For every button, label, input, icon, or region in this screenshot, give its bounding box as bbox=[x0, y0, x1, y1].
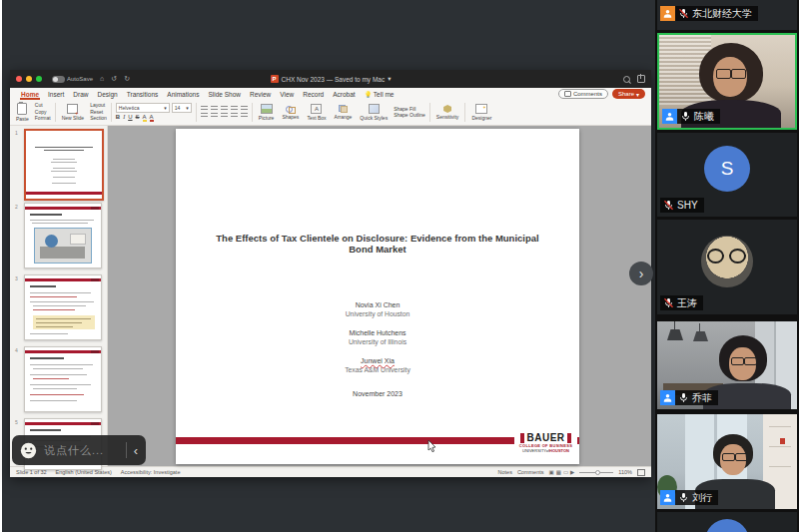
chat-quick-input[interactable]: 说点什么... ‹ bbox=[12, 435, 146, 465]
tab-design[interactable]: Design bbox=[97, 91, 119, 100]
sensitivity-button[interactable]: Sensitivity bbox=[434, 105, 461, 120]
section-button[interactable]: Section bbox=[90, 116, 107, 122]
share-button[interactable]: Share ▾ bbox=[612, 89, 645, 99]
tab-view[interactable]: View bbox=[279, 91, 295, 100]
reading-view-button[interactable]: ▭ bbox=[563, 469, 568, 475]
underline-button[interactable]: U bbox=[128, 114, 132, 120]
participants-panel[interactable]: 东北财经大学 bbox=[655, 0, 799, 532]
tab-acrobat[interactable]: Acrobat bbox=[332, 91, 356, 100]
participant-tile-liuxing[interactable]: 刘行 bbox=[657, 414, 797, 509]
shape-outline-button[interactable]: Shape Outline bbox=[394, 113, 425, 119]
strikethrough-button[interactable]: S bbox=[136, 114, 140, 120]
quick-styles-button[interactable]: Quick Styles bbox=[358, 104, 390, 121]
tab-home[interactable]: Home bbox=[20, 91, 40, 100]
tab-tell-me[interactable]: 💡 Tell me bbox=[364, 91, 396, 100]
ribbon-divider bbox=[464, 103, 465, 122]
participant-tile-wangtao[interactable]: 王涛 bbox=[657, 220, 797, 314]
expand-panel-button[interactable]: › bbox=[629, 262, 653, 285]
accessibility-status[interactable]: Accessibility: Investigate bbox=[121, 469, 181, 475]
participant-tile-dongbei[interactable]: 东北财经大学 bbox=[657, 0, 797, 30]
comments-button[interactable]: Comments bbox=[558, 89, 608, 99]
slideshow-button[interactable]: ▶ bbox=[570, 469, 574, 475]
tab-insert[interactable]: Insert bbox=[47, 91, 65, 100]
tab-draw[interactable]: Draw bbox=[72, 91, 89, 100]
emoji-smiley-icon[interactable] bbox=[20, 442, 37, 459]
home-icon[interactable]: ⌂ bbox=[100, 75, 104, 83]
decor-line bbox=[30, 285, 56, 287]
text-highlight-button[interactable]: A bbox=[143, 114, 147, 122]
font-size-select[interactable]: 14 ▾ bbox=[172, 103, 192, 113]
author-name: Novia Xi Chen bbox=[176, 300, 579, 309]
shapes-button[interactable]: Shapes bbox=[280, 105, 301, 120]
cut-button[interactable]: Cut bbox=[35, 103, 51, 109]
font-color-button[interactable]: A bbox=[150, 114, 154, 122]
share-window-icon[interactable] bbox=[637, 75, 645, 83]
bullets-button[interactable] bbox=[201, 106, 208, 112]
format-painter-button[interactable]: Format bbox=[35, 116, 51, 122]
tab-transitions[interactable]: Transitions bbox=[126, 91, 160, 100]
current-slide[interactable]: The Effects of Tax Clientele on Disclosu… bbox=[176, 129, 579, 464]
decor-red-bar bbox=[25, 207, 101, 210]
align-center-button[interactable] bbox=[211, 113, 218, 119]
zoom-level[interactable]: 110% bbox=[618, 469, 632, 475]
notes-button[interactable]: Notes bbox=[498, 469, 512, 475]
participant-tile-shy[interactable]: S SHY bbox=[657, 133, 797, 217]
slide-date: November 2023 bbox=[176, 390, 579, 397]
zoom-window-button[interactable] bbox=[36, 76, 42, 82]
indent-decrease-button[interactable] bbox=[221, 106, 228, 112]
logo-red-bar-left bbox=[520, 433, 524, 443]
decor-line bbox=[36, 322, 82, 323]
mic-on-icon bbox=[680, 111, 691, 122]
columns-button[interactable] bbox=[231, 113, 238, 119]
slide-thumbnail-3[interactable] bbox=[24, 274, 102, 340]
redo-icon[interactable]: ↻ bbox=[124, 75, 130, 83]
picture-button[interactable]: Picture bbox=[257, 104, 277, 121]
undo-icon[interactable]: ↺ bbox=[111, 75, 117, 83]
tab-record[interactable]: Record bbox=[302, 91, 325, 100]
decor-shelf-line bbox=[769, 426, 791, 427]
slide-thumbnail-4[interactable] bbox=[24, 346, 102, 412]
align-left-button[interactable] bbox=[201, 113, 208, 119]
search-icon[interactable] bbox=[623, 76, 630, 83]
slide-thumbnail-panel[interactable]: 1 2 3 4 5 bbox=[10, 126, 108, 466]
tab-animations[interactable]: Animations bbox=[166, 91, 200, 100]
zoom-slider[interactable] bbox=[579, 472, 613, 473]
text-box-button[interactable]: Text Box bbox=[305, 104, 328, 121]
chat-placeholder[interactable]: 说点什么... bbox=[44, 443, 119, 458]
close-window-button[interactable] bbox=[16, 76, 22, 82]
participant-tile-qiaofei[interactable]: 乔菲 bbox=[657, 321, 797, 409]
slide-thumbnail-1-selected[interactable] bbox=[24, 129, 104, 201]
participant-tile-partial[interactable] bbox=[657, 512, 797, 532]
arrange-button[interactable]: Arrange bbox=[333, 105, 355, 120]
tab-review[interactable]: Review bbox=[249, 91, 272, 100]
line-spacing-button[interactable] bbox=[241, 106, 248, 112]
designer-button[interactable]: Designer bbox=[469, 104, 493, 121]
font-group: Helvetica ▾ 14 ▾ B I U S A bbox=[116, 103, 192, 122]
numbering-button[interactable] bbox=[211, 106, 218, 112]
slide-sorter-view-button[interactable]: ▦ bbox=[556, 469, 561, 475]
fit-slide-button[interactable] bbox=[637, 469, 645, 476]
author-block: Novia Xi Chen University of Houston bbox=[176, 300, 579, 318]
thumb-number: 4 bbox=[15, 347, 18, 353]
bold-button[interactable]: B bbox=[116, 114, 120, 120]
indent-increase-button[interactable] bbox=[231, 106, 238, 112]
logo-university-line: UNIVERSITYofHOUSTON bbox=[514, 448, 577, 453]
document-title: P CHX Nov 2023 — Saved to my Mac ▾ bbox=[10, 70, 651, 88]
paste-button[interactable]: Paste bbox=[14, 103, 31, 122]
tab-slide-show[interactable]: Slide Show bbox=[207, 91, 242, 100]
text-direction-button[interactable] bbox=[241, 113, 248, 119]
normal-view-button[interactable]: ▣ bbox=[548, 469, 553, 475]
minimize-window-button[interactable] bbox=[26, 76, 32, 82]
layout-button[interactable]: Layout bbox=[90, 103, 107, 109]
new-slide-button[interactable]: New Slide bbox=[60, 104, 87, 121]
font-name-select[interactable]: Helvetica ▾ bbox=[116, 103, 170, 113]
chevron-down-icon: ▾ bbox=[636, 91, 639, 98]
align-right-button[interactable] bbox=[221, 113, 228, 119]
chevron-left-icon[interactable]: ‹ bbox=[134, 444, 138, 457]
slide-thumbnail-2[interactable] bbox=[24, 203, 102, 268]
autosave-toggle[interactable]: AutoSave bbox=[52, 76, 93, 83]
participant-name: 刘行 bbox=[692, 491, 712, 505]
participant-tile-chenxi[interactable]: 陈曦 bbox=[657, 33, 797, 130]
comments-pane-button[interactable]: Comments bbox=[517, 469, 544, 475]
italic-button[interactable]: I bbox=[123, 114, 125, 120]
